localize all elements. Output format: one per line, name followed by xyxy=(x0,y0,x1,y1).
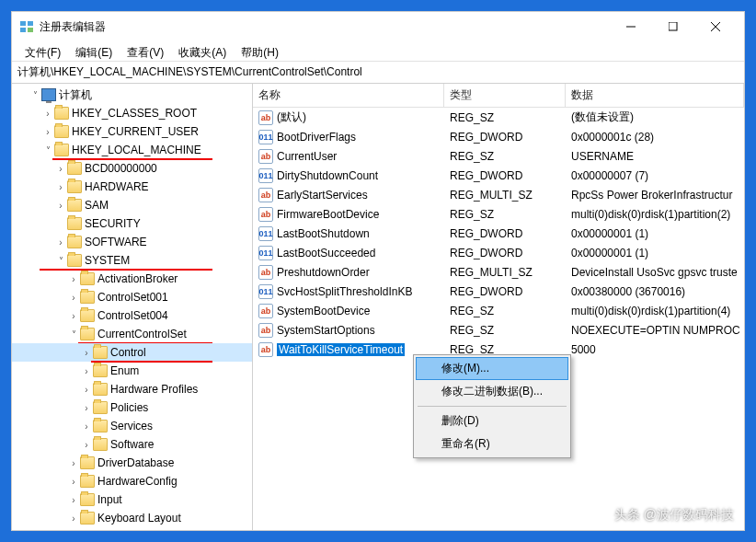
list-row[interactable]: ab(默认)REG_SZ(数值未设置) xyxy=(253,108,744,127)
list-row[interactable]: 011BootDriverFlagsREG_DWORD0x0000001c (2… xyxy=(253,127,744,146)
chevron-right-icon[interactable]: › xyxy=(80,385,93,395)
chevron-right-icon[interactable]: › xyxy=(54,237,67,248)
tree-hardware[interactable]: ›HARDWARE xyxy=(12,178,252,196)
tree-bcd[interactable]: ›BCD00000000 xyxy=(12,159,252,178)
titlebar[interactable]: 注册表编辑器 xyxy=(12,12,744,41)
chevron-right-icon[interactable]: › xyxy=(54,182,67,192)
tree-hkcu[interactable]: ›HKEY_CURRENT_USER xyxy=(12,122,252,141)
tree-view[interactable]: ˅计算机 ›HKEY_CLASSES_ROOT ›HKEY_CURRENT_US… xyxy=(12,84,253,530)
folder-icon xyxy=(93,364,108,377)
cm-rename[interactable]: 重命名(R) xyxy=(416,432,568,456)
list-row[interactable]: 011DirtyShutdownCountREG_DWORD0x00000007… xyxy=(253,166,744,185)
chevron-down-icon[interactable]: ˅ xyxy=(54,256,67,266)
tree-policies[interactable]: ›Policies xyxy=(12,398,252,417)
chevron-right-icon[interactable]: › xyxy=(67,477,80,487)
tree-hardwareconfig[interactable]: ›HardwareConfig xyxy=(12,472,252,490)
value-type: REG_DWORD xyxy=(444,169,566,182)
chevron-right-icon[interactable]: › xyxy=(67,495,80,505)
chevron-right-icon[interactable]: › xyxy=(80,403,93,413)
value-type: REG_SZ xyxy=(444,324,566,337)
tree-activationbroker[interactable]: ›ActivationBroker xyxy=(12,270,252,288)
value-data: (数值未设置) xyxy=(566,110,744,125)
chevron-right-icon[interactable]: › xyxy=(67,458,80,468)
chevron-right-icon[interactable]: › xyxy=(67,513,80,524)
tree-driverdatabase[interactable]: ›DriverDatabase xyxy=(12,454,252,472)
tree-hklm[interactable]: ˅HKEY_LOCAL_MACHINE xyxy=(12,141,252,159)
list-row[interactable]: abCurrentUserREG_SZUSERNAME xyxy=(253,146,744,166)
tree-keyboardlayout[interactable]: ›Keyboard Layout xyxy=(12,509,252,527)
tree-controlset004[interactable]: ›ControlSet004 xyxy=(12,306,252,325)
chevron-right-icon[interactable]: › xyxy=(41,109,54,119)
col-name[interactable]: 名称 xyxy=(253,84,444,107)
tree-system[interactable]: ˅SYSTEM xyxy=(12,251,252,270)
chevron-right-icon[interactable]: › xyxy=(54,164,67,174)
value-data: 0x00000007 (7) xyxy=(566,169,744,182)
chevron-right-icon[interactable]: › xyxy=(80,421,93,432)
tree-currentcontrolset[interactable]: ˅CurrentControlSet xyxy=(12,325,252,343)
menu-edit[interactable]: 编辑(E) xyxy=(68,43,120,59)
svg-rect-3 xyxy=(28,28,33,32)
tree-software[interactable]: ›SOFTWARE xyxy=(12,233,252,251)
value-binary-icon: 011 xyxy=(258,246,273,260)
value-string-icon: ab xyxy=(258,265,273,280)
tree-input[interactable]: ›Input xyxy=(12,490,252,509)
value-data: 0x00380000 (3670016) xyxy=(566,285,744,298)
svg-rect-2 xyxy=(20,28,26,32)
value-type: REG_SZ xyxy=(444,111,566,124)
watermark: 头条 @波仔数码科技 xyxy=(614,507,734,524)
value-data: 0x00000001 (1) xyxy=(566,227,744,240)
folder-icon xyxy=(54,144,69,156)
col-type[interactable]: 类型 xyxy=(444,84,566,107)
address-bar[interactable]: 计算机\HKEY_LOCAL_MACHINE\SYSTEM\CurrentCon… xyxy=(12,62,744,84)
value-type: REG_MULTI_SZ xyxy=(444,266,566,279)
tree-hardwareprofiles[interactable]: ›Hardware Profiles xyxy=(12,380,252,398)
list-row[interactable]: 011LastBootSucceededREG_DWORD0x00000001 … xyxy=(253,243,744,262)
tree-security[interactable]: SECURITY xyxy=(12,214,252,233)
cm-modify[interactable]: 修改(M)... xyxy=(416,357,568,380)
list-row[interactable]: 011LastBootShutdownREG_DWORD0x00000001 (… xyxy=(253,224,744,243)
value-name: LastBootSucceeded xyxy=(277,247,375,259)
chevron-right-icon[interactable]: › xyxy=(67,293,80,303)
tree-services[interactable]: ›Services xyxy=(12,417,252,435)
tree-control[interactable]: ›Control xyxy=(12,343,252,362)
value-string-icon: ab xyxy=(258,207,273,222)
close-button[interactable] xyxy=(694,14,737,40)
chevron-right-icon[interactable]: › xyxy=(80,348,93,358)
value-string-icon: ab xyxy=(258,149,273,164)
svg-rect-5 xyxy=(669,22,677,30)
cm-modify-binary[interactable]: 修改二进制数据(B)... xyxy=(416,380,568,403)
menu-help[interactable]: 帮助(H) xyxy=(234,43,286,59)
chevron-right-icon[interactable]: › xyxy=(80,440,93,450)
tree-controlset001[interactable]: ›ControlSet001 xyxy=(12,288,252,306)
chevron-right-icon[interactable]: › xyxy=(80,366,93,376)
list-row[interactable]: abFirmwareBootDeviceREG_SZmulti(0)disk(0… xyxy=(253,204,744,224)
cm-delete[interactable]: 删除(D) xyxy=(416,409,568,432)
list-row[interactable]: abSystemBootDeviceREG_SZmulti(0)disk(0)r… xyxy=(253,301,744,320)
menu-view[interactable]: 查看(V) xyxy=(120,43,171,59)
maximize-button[interactable] xyxy=(652,14,694,40)
tree-sam[interactable]: ›SAM xyxy=(12,196,252,214)
value-name: SvcHostSplitThresholdInKB xyxy=(277,285,412,298)
menu-favorites[interactable]: 收藏夹(A) xyxy=(171,43,234,59)
chevron-right-icon[interactable]: › xyxy=(54,201,67,211)
tree-root[interactable]: ˅计算机 xyxy=(12,86,252,104)
value-list[interactable]: 名称 类型 数据 ab(默认)REG_SZ(数值未设置)011BootDrive… xyxy=(253,84,744,530)
list-row[interactable]: 011SvcHostSplitThresholdInKBREG_DWORD0x0… xyxy=(253,282,744,301)
list-row[interactable]: abEarlyStartServicesREG_MULTI_SZRpcSs Po… xyxy=(253,185,744,204)
menu-file[interactable]: 文件(F) xyxy=(17,43,68,59)
minimize-button[interactable] xyxy=(610,14,652,40)
chevron-right-icon[interactable]: › xyxy=(67,311,80,321)
col-data[interactable]: 数据 xyxy=(566,84,744,107)
tree-hkcr[interactable]: ›HKEY_CLASSES_ROOT xyxy=(12,104,252,122)
tree-software2[interactable]: ›Software xyxy=(12,435,252,454)
tree-enum[interactable]: ›Enum xyxy=(12,362,252,380)
folder-icon xyxy=(93,438,108,451)
list-row[interactable]: abPreshutdownOrderREG_MULTI_SZDeviceInst… xyxy=(253,262,744,282)
chevron-down-icon[interactable]: ˅ xyxy=(29,90,41,100)
chevron-right-icon[interactable]: › xyxy=(41,127,54,137)
chevron-down-icon[interactable]: ˅ xyxy=(41,145,54,156)
chevron-down-icon[interactable]: ˅ xyxy=(67,329,80,340)
folder-icon xyxy=(80,328,95,340)
list-row[interactable]: abSystemStartOptionsREG_SZ NOEXECUTE=OPT… xyxy=(253,320,744,340)
chevron-right-icon[interactable]: › xyxy=(67,274,80,284)
